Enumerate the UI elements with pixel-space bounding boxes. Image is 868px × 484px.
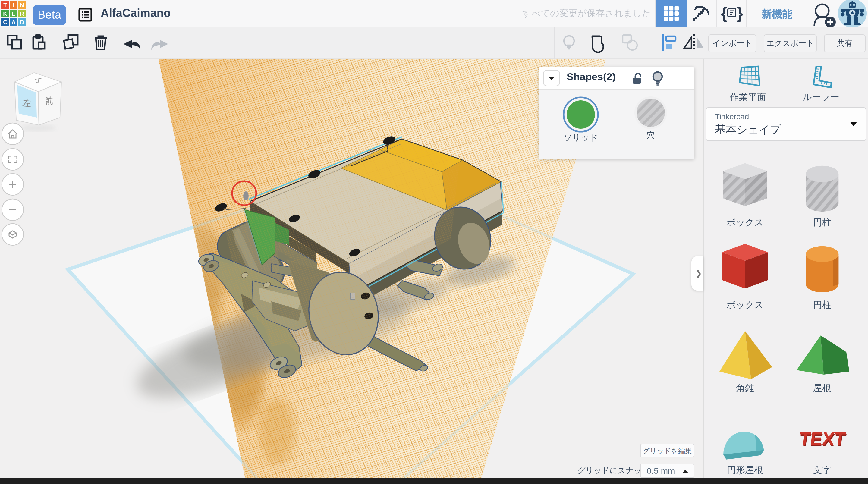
svg-text:前: 前 xyxy=(44,95,54,107)
svg-text:}: } xyxy=(737,4,743,22)
svg-text:円柱: 円柱 xyxy=(813,217,831,227)
svg-text:屋根: 屋根 xyxy=(813,383,831,393)
svg-text:ソリッド: ソリッド xyxy=(564,133,598,142)
svg-text:TEXT: TEXT xyxy=(798,428,847,449)
svg-text:円形屋根: 円形屋根 xyxy=(727,465,763,475)
svg-text:円柱: 円柱 xyxy=(813,300,831,310)
svg-text:穴: 穴 xyxy=(647,130,655,140)
svg-text:{: { xyxy=(721,4,727,22)
svg-text:ボックス: ボックス xyxy=(727,300,764,310)
svg-text:文字: 文字 xyxy=(813,465,831,475)
svg-text:上: 上 xyxy=(34,77,43,86)
svg-text:左: 左 xyxy=(22,98,32,109)
svg-text:角錐: 角錐 xyxy=(736,383,754,393)
svg-text:ボックス: ボックス xyxy=(727,217,764,227)
